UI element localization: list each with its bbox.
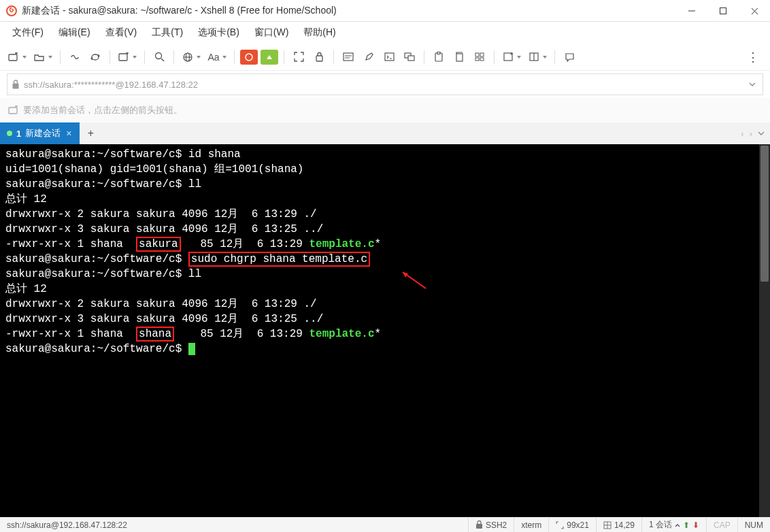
paste-button[interactable]: [430, 48, 448, 66]
window-controls: [676, 0, 770, 21]
font-button[interactable]: Aa: [205, 48, 229, 66]
tab-next-button[interactable]: ›: [750, 129, 752, 139]
xshell-icon[interactable]: [240, 50, 258, 65]
new-terminal-button[interactable]: [116, 48, 139, 66]
svg-line-12: [161, 59, 164, 61]
svg-rect-2: [720, 8, 726, 14]
status-size: 99x21: [549, 518, 597, 532]
toolbar-overflow-button[interactable]: ⋮: [741, 50, 765, 65]
highlight-box: shana: [136, 327, 174, 342]
output-line: 总计 12: [5, 282, 765, 297]
svg-rect-23: [408, 56, 414, 61]
menu-edit[interactable]: 编辑(E): [52, 24, 97, 41]
status-cursor-pos: 14,29: [597, 518, 642, 532]
output-line: drwxrwxr-x 3 sakura sakura 4096 12月 6 13…: [5, 222, 765, 237]
tab-nav: ‹ ›: [735, 122, 770, 144]
menu-view[interactable]: 查看(V): [99, 24, 144, 41]
split-button[interactable]: [526, 48, 549, 66]
tab-session[interactable]: 1 新建会话 ×: [0, 122, 80, 144]
search-button[interactable]: [150, 48, 168, 66]
svg-point-11: [155, 53, 161, 59]
svg-rect-21: [385, 53, 394, 61]
scrollbar-thumb[interactable]: [760, 146, 769, 282]
add-session-icon[interactable]: [8, 105, 19, 115]
tile-button[interactable]: [471, 48, 488, 66]
prompt: sakura@sakura:~/software/c$: [5, 148, 182, 161]
output-seg: *: [375, 328, 382, 340]
output-seg: 85 12月 6 13:29: [174, 328, 309, 340]
reconnect-button[interactable]: [86, 48, 104, 66]
new-session-button[interactable]: [5, 48, 29, 66]
separator: [284, 50, 284, 64]
layout-button[interactable]: [500, 48, 523, 66]
status-term-type: xterm: [514, 518, 549, 532]
output-seg: -rwxr-xr-x 1 shana: [5, 238, 136, 250]
tab-close-icon[interactable]: ×: [65, 128, 73, 139]
address-bar[interactable]: ssh://sakura:************@192.168.47.128…: [7, 73, 763, 95]
add-tab-button[interactable]: +: [80, 122, 101, 144]
svg-rect-28: [480, 53, 484, 56]
highlight-box: sakura: [136, 237, 181, 252]
menu-file[interactable]: 文件(F): [5, 24, 50, 41]
minimize-button[interactable]: [676, 0, 707, 22]
prompt: sakura@sakura:~/software/c$: [5, 343, 182, 355]
highlight-box: sudo chgrp shana template.c: [188, 252, 370, 267]
prompt: sakura@sakura:~/software/c$: [5, 178, 182, 190]
address-url: ssh://sakura:************@192.168.47.128…: [24, 80, 746, 90]
separator: [554, 50, 555, 64]
toolbar: Aa ⋮: [0, 44, 770, 71]
file-name: template.c: [309, 238, 374, 250]
maximize-button[interactable]: [707, 0, 739, 22]
output-line: drwxrwxr-x 2 sakura sakura 4096 12月 6 13…: [5, 207, 765, 222]
menu-help[interactable]: 帮助(H): [297, 24, 342, 41]
highlight-button[interactable]: [360, 48, 378, 66]
hint-text: 要添加当前会话，点击左侧的箭头按钮。: [23, 104, 182, 116]
copy-button[interactable]: [450, 48, 468, 66]
svg-point-16: [246, 54, 252, 61]
file-name: template.c: [309, 328, 374, 340]
separator: [110, 50, 110, 64]
status-num: NUM: [738, 518, 770, 532]
menu-tabs[interactable]: 选项卡(B): [191, 24, 246, 41]
vertical-scrollbar[interactable]: [759, 144, 770, 517]
svg-rect-41: [476, 524, 482, 529]
window-title: 新建会话 - sakura@sakura: ~/software/c - Xsh…: [22, 5, 676, 17]
output-line: drwxrwxr-x 2 sakura sakura 4096 12月 6 13…: [5, 297, 765, 312]
xftp-icon[interactable]: [261, 50, 278, 65]
encoding-button[interactable]: [180, 48, 203, 66]
separator: [173, 50, 174, 64]
lock-icon: [475, 520, 483, 529]
send-all-button[interactable]: [401, 48, 418, 66]
separator: [60, 50, 61, 64]
prompt: sakura@sakura:~/software/c$: [5, 253, 182, 265]
status-protocol: SSH2: [469, 518, 514, 532]
tab-status-dot: [7, 131, 12, 136]
close-button[interactable]: [739, 0, 770, 22]
svg-rect-37: [9, 107, 17, 114]
chat-button[interactable]: [560, 48, 578, 66]
tab-number: 1: [16, 129, 21, 139]
tab-label: 新建会话: [25, 127, 61, 139]
compose-bar-button[interactable]: [339, 48, 357, 66]
fullscreen-button[interactable]: [290, 48, 307, 66]
svg-rect-27: [475, 53, 479, 56]
disconnect-button[interactable]: [66, 48, 84, 66]
separator: [333, 50, 334, 64]
menu-window[interactable]: 窗口(W): [248, 24, 296, 41]
address-dropdown-icon[interactable]: [746, 82, 758, 86]
menu-tools[interactable]: 工具(T): [145, 24, 190, 41]
svg-rect-29: [475, 58, 479, 61]
output-seg: -rwxr-xr-x 1 shana: [5, 328, 136, 340]
quick-cmd-button[interactable]: [380, 48, 398, 66]
chevron-up-icon[interactable]: [675, 523, 680, 527]
svg-rect-5: [9, 54, 17, 61]
terminal[interactable]: sakura@sakura:~/software/c$ id shana uid…: [0, 144, 770, 517]
hint-bar: 要添加当前会话，点击左侧的箭头按钮。: [0, 98, 770, 122]
lock-button[interactable]: [310, 48, 328, 66]
tab-menu-button[interactable]: [758, 131, 765, 135]
tab-prev-button[interactable]: ‹: [741, 129, 743, 139]
cmd-text: id shana: [188, 148, 241, 161]
open-folder-button[interactable]: [31, 48, 54, 66]
svg-rect-26: [456, 54, 463, 61]
separator: [144, 50, 145, 64]
